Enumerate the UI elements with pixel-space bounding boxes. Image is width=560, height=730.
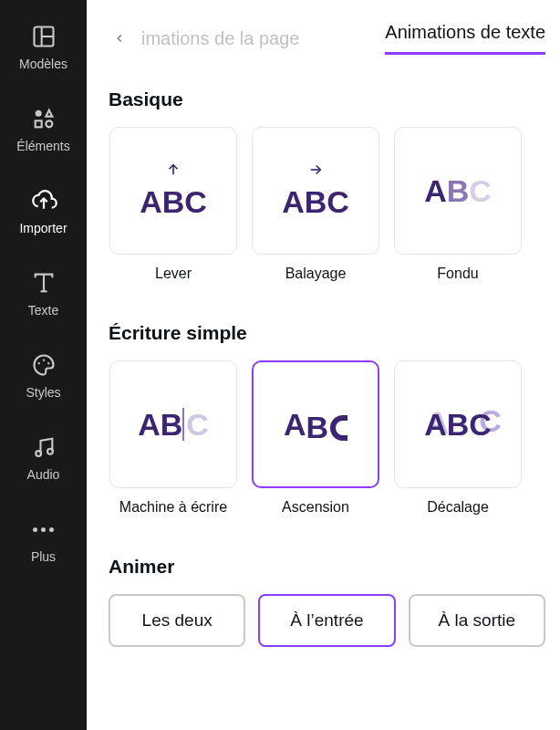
card-lever: ABC Lever — [109, 127, 238, 282]
card-label: Lever — [155, 266, 192, 282]
section-title-simple: Écriture simple — [109, 322, 545, 344]
tabs: imations de la page Animations de texte — [109, 22, 545, 56]
sidebar: Modèles Éléments Importer — [0, 0, 87, 730]
grid-basic: ABC Lever ABC Balayage ABC Fondu — [109, 127, 545, 282]
sidebar-item-audio[interactable]: Audio — [0, 427, 87, 487]
templates-icon — [29, 22, 58, 51]
abc-text: ABC — [138, 407, 209, 443]
card-balayage: ABC Balayage — [251, 127, 380, 282]
card-label: Machine à écrire — [119, 499, 227, 516]
sidebar-item-label: Importer — [19, 221, 67, 235]
sidebar-item-more[interactable]: Plus — [0, 509, 87, 569]
card-label: Balayage — [285, 266, 347, 282]
sidebar-item-elements[interactable]: Éléments — [0, 99, 87, 159]
card-typewriter: ABC Machine à écrire — [109, 360, 238, 516]
svg-point-11 — [42, 360, 44, 361]
sidebar-item-styles[interactable]: Styles — [0, 345, 87, 405]
preview-balayage[interactable]: ABC — [252, 127, 379, 255]
sidebar-item-import[interactable]: Importer — [0, 181, 87, 241]
preview-lever[interactable]: ABC — [109, 127, 237, 255]
card-label: Décalage — [427, 499, 489, 516]
svg-point-6 — [46, 120, 52, 127]
elements-icon — [29, 104, 58, 133]
sidebar-item-text[interactable]: Texte — [0, 263, 87, 323]
card-fondu: ABC Fondu — [393, 127, 523, 282]
svg-point-13 — [36, 451, 41, 456]
sidebar-item-templates[interactable]: Modèles — [0, 16, 87, 77]
preview-decalage[interactable]: A C ABC — [394, 360, 522, 488]
card-ascension: AB Ascension — [251, 360, 380, 516]
animer-both-button[interactable]: Les deux — [109, 594, 245, 647]
sidebar-item-label: Éléments — [16, 139, 69, 153]
card-label: Fondu — [437, 266, 478, 282]
sidebar-item-label: Texte — [28, 303, 58, 318]
sidebar-item-label: Plus — [31, 549, 56, 564]
back-button[interactable] — [109, 27, 130, 49]
main-panel: imations de la page Animations de texte … — [87, 0, 560, 730]
arrow-up-icon — [165, 162, 181, 182]
preview-typewriter[interactable]: ABC — [109, 360, 237, 488]
preview-ascension[interactable]: AB — [252, 360, 379, 488]
abc-text: A C ABC — [424, 407, 492, 443]
svg-point-14 — [47, 449, 53, 454]
svg-point-12 — [47, 362, 49, 364]
music-icon — [29, 433, 58, 462]
card-decalage: A C ABC Décalage — [393, 360, 523, 516]
abc-text: ABC — [424, 173, 492, 209]
tab-text-animations[interactable]: Animations de texte — [385, 22, 545, 55]
ellipsis-icon — [29, 515, 58, 544]
animer-enter-button[interactable]: À l’entrée — [258, 594, 395, 647]
sidebar-item-label: Audio — [27, 467, 60, 482]
svg-point-10 — [37, 362, 39, 364]
palette-icon — [29, 350, 58, 380]
animer-exit-button[interactable]: À la sortie — [409, 594, 545, 647]
abc-text: ABC — [140, 184, 207, 220]
text-icon — [29, 268, 58, 297]
sidebar-item-label: Modèles — [19, 57, 67, 71]
card-label: Ascension — [282, 499, 349, 516]
abc-text: AB — [284, 407, 347, 443]
section-title-basic: Basique — [109, 89, 545, 110]
tab-page-animations[interactable]: imations de la page — [141, 28, 299, 49]
svg-rect-5 — [35, 120, 41, 127]
animer-options: Les deux À l’entrée À la sortie — [109, 594, 545, 647]
abc-text: ABC — [282, 184, 349, 220]
sidebar-item-label: Styles — [26, 385, 60, 400]
preview-fondu[interactable]: ABC — [394, 127, 522, 255]
arrow-right-icon — [307, 162, 324, 182]
svg-point-3 — [35, 110, 41, 117]
upload-icon — [29, 186, 58, 215]
grid-simple: ABC Machine à écrire AB Ascension A C AB… — [109, 360, 545, 516]
section-title-animer: Animer — [109, 556, 545, 578]
svg-marker-4 — [46, 110, 52, 117]
